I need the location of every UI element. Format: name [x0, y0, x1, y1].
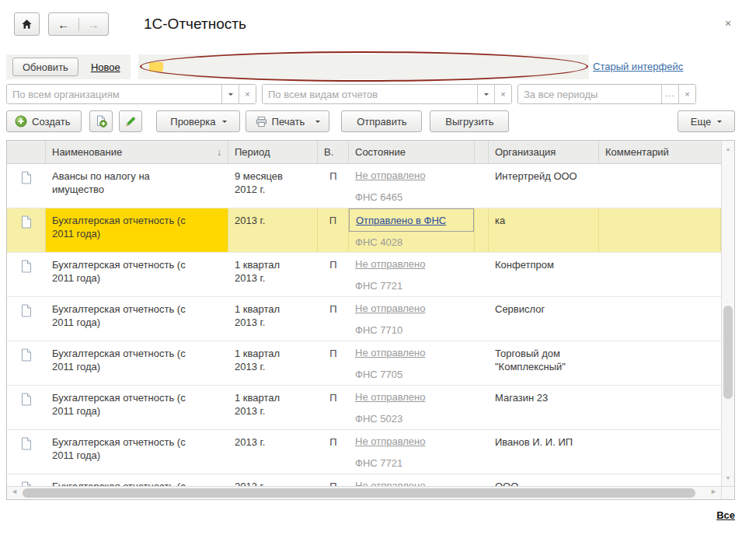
status-link[interactable]: Не отправлено — [355, 479, 425, 486]
report-period: 2013 г. — [228, 474, 318, 486]
scroll-up-icon[interactable]: ▲ — [722, 146, 734, 152]
column-header-icon[interactable] — [7, 141, 46, 163]
report-comment — [599, 474, 721, 486]
status-link[interactable]: Не отправлено — [355, 435, 425, 448]
refresh-button[interactable]: Обновить — [12, 58, 78, 76]
tab-reports[interactable] — [149, 62, 163, 72]
status-link[interactable]: Не отправлено — [355, 302, 425, 315]
home-button[interactable] — [14, 12, 40, 36]
report-organization: Иванов И. И. ИП — [489, 430, 599, 474]
export-button[interactable]: Выгрузить — [430, 110, 509, 132]
report-vid: П — [318, 430, 349, 474]
period-filter-input[interactable] — [518, 85, 661, 103]
report-document-icon — [21, 437, 32, 450]
print-button[interactable]: Печать — [246, 110, 329, 132]
spacer-cell — [475, 430, 489, 474]
table-body: Авансы по налогу на имущество 9 месяцев … — [7, 164, 721, 486]
dropdown-caret-icon — [315, 121, 320, 125]
forward-button[interactable]: → — [78, 18, 109, 31]
horizontal-scrollbar[interactable]: ◄ ► — [7, 486, 721, 499]
scrollbar-corner — [721, 486, 734, 499]
status-link[interactable]: Не отправлено — [355, 257, 425, 271]
organization-filter-input[interactable] — [7, 85, 221, 103]
report-vid: П — [318, 386, 349, 429]
scroll-down-icon[interactable]: ▼ — [722, 475, 734, 481]
report-type-filter-input[interactable] — [263, 85, 477, 103]
column-header-comment[interactable]: Комментарий — [599, 141, 721, 163]
column-header-name[interactable]: Наименование ↓ — [46, 141, 228, 163]
report-organization: Сервислог — [489, 297, 599, 341]
report-document-icon — [21, 348, 32, 362]
status-link[interactable]: Не отправлено — [355, 390, 425, 404]
create-button[interactable]: Создать — [6, 110, 82, 132]
back-button[interactable]: ← — [49, 18, 78, 31]
report-period: 2013 г. — [228, 430, 318, 474]
table-row[interactable]: Бухгалтерская отчетность (с 2011 года) 1… — [7, 386, 721, 430]
status-link[interactable]: Отправлено в ФНС — [356, 214, 446, 227]
organization-filter-clear-icon[interactable]: × — [239, 85, 256, 103]
vertical-scrollbar[interactable]: ▲ ▼ — [721, 141, 734, 486]
period-filter: ... × — [517, 84, 696, 104]
report-vid: П — [318, 253, 349, 296]
column-header-period[interactable]: Период — [228, 141, 318, 163]
report-organization: Магазин 23 — [489, 386, 599, 429]
footer-all-link[interactable]: Все — [716, 509, 735, 521]
dropdown-caret-icon — [222, 121, 227, 125]
check-button[interactable]: Проверка — [156, 110, 240, 132]
report-period: 9 месяцев 2012 г. — [228, 164, 318, 208]
copy-button[interactable] — [89, 110, 113, 132]
table-header: Наименование ↓ Период В. Состояние Орган… — [7, 141, 721, 164]
report-comment — [599, 208, 721, 252]
report-comment — [599, 164, 721, 208]
report-document-icon — [21, 260, 32, 273]
fns-code: ФНС 7721 — [349, 453, 475, 470]
more-button[interactable]: Еще — [678, 110, 735, 132]
report-type-filter-clear-icon[interactable]: × — [494, 85, 511, 103]
column-header-vid[interactable]: В. — [318, 141, 349, 163]
table-row[interactable]: Бухгалтерская отчетность (с 2011 года) 1… — [7, 341, 721, 386]
status-link[interactable]: Не отправлено — [355, 169, 425, 182]
scroll-left-icon[interactable]: ◄ — [11, 488, 18, 495]
report-status-cell: Отправлено в ФНС ФНС 4028 — [349, 208, 475, 252]
period-filter-picker-icon[interactable]: ... — [661, 85, 678, 103]
report-vid: П — [318, 297, 349, 341]
scroll-right-icon[interactable]: ► — [710, 488, 717, 495]
report-vid: П — [318, 474, 349, 486]
fns-code: ФНС 7710 — [349, 320, 475, 337]
period-filter-clear-icon[interactable]: × — [678, 85, 695, 103]
send-button[interactable]: Отправить — [341, 110, 422, 132]
report-vid: П — [318, 341, 349, 385]
report-type-filter: × — [262, 84, 512, 104]
old-interface-link[interactable]: Старый интерфейс — [593, 61, 683, 72]
close-icon[interactable]: × — [725, 17, 731, 30]
spacer-cell — [475, 297, 489, 341]
table-row[interactable]: Бухгалтерская отчетность (с 2011 года) 2… — [7, 430, 721, 474]
edit-button[interactable] — [119, 110, 142, 132]
action-bar: Создать Проверка Печать Отправить Выгруз… — [6, 110, 735, 132]
table-row[interactable]: Авансы по налогу на имущество 9 месяцев … — [7, 164, 721, 208]
page-title: 1С-Отчетность — [144, 16, 246, 33]
vertical-scroll-thumb[interactable] — [723, 306, 733, 399]
filter-bar: × × ... × — [6, 84, 696, 104]
horizontal-scroll-thumb[interactable] — [23, 488, 695, 498]
fns-code: ФНС 4028 — [349, 232, 474, 249]
report-document-icon — [21, 304, 32, 317]
organization-filter-dropdown-icon[interactable] — [221, 85, 239, 103]
report-type-filter-dropdown-icon[interactable] — [477, 85, 494, 103]
column-header-status[interactable]: Состояние — [349, 141, 475, 163]
table-row[interactable]: Бухгалтерская отчетность (с 2011 года) 2… — [7, 474, 721, 486]
report-vid: П — [318, 164, 349, 208]
table-row[interactable]: Бухгалтерская отчетность (с 2011 года) 1… — [7, 253, 721, 297]
report-name: Бухгалтерская отчетность (с 2011 года) — [46, 297, 228, 341]
status-link[interactable]: Не отправлено — [355, 346, 425, 359]
report-organization: ка — [489, 208, 599, 252]
table-row[interactable]: Бухгалтерская отчетность (с 2011 года) 1… — [7, 297, 721, 341]
report-comment — [599, 430, 721, 474]
report-name: Бухгалтерская отчетность (с 2011 года) — [46, 430, 228, 474]
column-header-organization[interactable]: Организация — [489, 141, 599, 163]
spacer-cell — [475, 474, 489, 486]
report-organization: Конфетпром — [489, 253, 599, 296]
table-row[interactable]: Бухгалтерская отчетность (с 2011 года) 2… — [7, 208, 721, 253]
dropdown-caret-icon — [717, 121, 722, 125]
new-link[interactable]: Новое — [91, 61, 120, 73]
